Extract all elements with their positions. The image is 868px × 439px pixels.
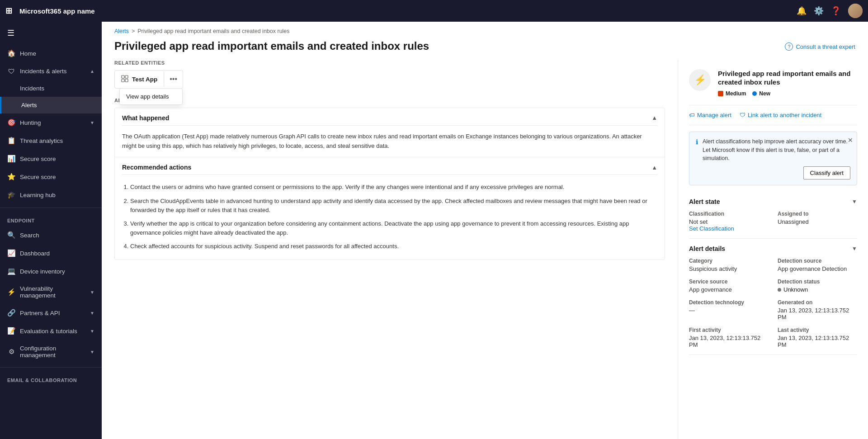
sidebar-item-search[interactable]: 🔍 Search <box>0 226 102 244</box>
sidebar-item-label: Dashboard <box>20 250 94 257</box>
svg-rect-2 <box>122 79 124 82</box>
topbar-left: ⊞ Microsoft365 app name <box>5 6 797 16</box>
sidebar-item-threat-analytics[interactable]: 📊 Secure score <box>0 150 102 168</box>
endpoint-section-label: Endpoint <box>0 212 102 226</box>
detection-tech-value: — <box>689 307 769 314</box>
entity-name: Test App <box>132 76 157 83</box>
settings-icon[interactable]: ⚙️ <box>814 6 824 16</box>
collapse-icon[interactable]: ▲ <box>651 114 657 121</box>
what-happened-title: What happened <box>122 114 169 122</box>
secure-score-icon: ⭐ <box>7 173 15 181</box>
sidebar-item-label: Vulnerability management <box>20 285 85 299</box>
sidebar-item-label: Search <box>20 232 94 239</box>
alert-card-title-area: Privileged app read important emails and… <box>718 69 857 97</box>
divider <box>0 367 102 368</box>
chevron-down-icon: ▼ <box>90 329 94 334</box>
consult-link[interactable]: ? Consult a threat expert <box>785 40 855 51</box>
detection-status-value: Unknown <box>778 286 857 293</box>
generated-on-item: Generated on Jan 13, 2023, 12:13:13.752 … <box>778 299 857 321</box>
classification-item: Classification Not set Set Classificatio… <box>689 211 769 232</box>
set-classification-link[interactable]: Set Classification <box>689 225 769 232</box>
bolt-icon: ⚡ <box>694 74 706 86</box>
detection-tech-item: Detection technology — <box>689 299 769 321</box>
sidebar-item-dashboard[interactable]: 📈 Dashboard <box>0 244 102 262</box>
bell-icon[interactable]: 🔔 <box>797 6 807 16</box>
sidebar-item-label: Partners & API <box>20 310 85 316</box>
sidebar-item-evaluation-tutorials[interactable]: 📝 Evaluation & tutorials ▼ <box>0 322 102 340</box>
svg-rect-1 <box>125 76 128 78</box>
dashboard-icon: 📈 <box>7 249 15 257</box>
sidebar-item-partners-api[interactable]: 🔗 Partners & API ▼ <box>0 304 102 322</box>
chevron-up-icon: ▲ <box>90 69 94 74</box>
alert-state-header[interactable]: Alert state ▼ <box>689 198 857 205</box>
page-header: Privileged app read important emails and… <box>102 38 868 60</box>
last-activity-item: Last activity Jan 13, 2023, 12:13:13.752… <box>778 327 857 348</box>
detection-source-label: Detection source <box>778 258 857 264</box>
sidebar-item-label: Threat analytics <box>20 137 94 144</box>
sidebar-item-incidents[interactable]: Incidents <box>0 80 102 97</box>
service-source-label: Service source <box>689 279 769 285</box>
sidebar-item-label: Secure score <box>20 156 94 162</box>
entity-menu-button[interactable]: ••• <box>164 71 183 87</box>
collapse-icon[interactable]: ▲ <box>651 164 657 171</box>
alert-details-section: Alert details ▼ Category Suspicious acti… <box>689 239 857 355</box>
new-dot <box>752 91 757 96</box>
sidebar-item-vulnerability-management[interactable]: ⚡ Vulnerability management ▼ <box>0 280 102 304</box>
service-source-value: App governance <box>689 286 769 293</box>
last-activity-label: Last activity <box>778 327 857 333</box>
breadcrumb-current: Privileged app read important emails and… <box>137 28 289 34</box>
config-icon: ⚙ <box>7 348 15 356</box>
vulnerability-icon: ⚡ <box>7 288 15 296</box>
sidebar-item-secure-score[interactable]: ⭐ Secure score <box>0 168 102 186</box>
banner-close-button[interactable]: ✕ <box>848 136 853 145</box>
sidebar-item-label: Learning hub <box>20 192 94 198</box>
alert-state-section: Alert state ▼ Classification Not set Set… <box>689 192 857 239</box>
sidebar-item-learning-hub[interactable]: 🎓 Learning hub <box>0 186 102 204</box>
recommended-title: Recommended actions <box>122 164 191 171</box>
grid-icon[interactable]: ⊞ <box>5 6 12 16</box>
link-alert-link[interactable]: 🛡 Link alert to another incident <box>740 112 821 118</box>
related-entities-label: RELATED ENTITIES <box>114 60 665 66</box>
what-happened-content: The OAuth application (Test App) made re… <box>122 126 657 151</box>
svg-rect-3 <box>125 79 128 82</box>
alert-state-grid: Classification Not set Set Classificatio… <box>689 211 857 232</box>
avatar[interactable] <box>848 4 863 18</box>
sidebar-item-home[interactable]: 🏠 Home <box>0 44 102 62</box>
sidebar-item-action-center[interactable]: 📋 Threat analytics <box>0 132 102 150</box>
entity-card-inner: Test App <box>115 71 164 88</box>
manage-alert-link[interactable]: 🏷 Manage alert <box>689 112 731 118</box>
breadcrumb: Alerts > Privileged app read important e… <box>102 22 868 38</box>
sidebar-item-incidents-alerts[interactable]: 🛡 Incidents & alerts ▲ <box>0 62 102 80</box>
classification-label: Classification <box>689 211 769 217</box>
chevron-down-icon: ▼ <box>90 290 94 295</box>
view-app-details-item[interactable]: View app details <box>120 89 182 104</box>
alert-badges: Medium New <box>718 90 857 97</box>
sidebar-item-hunting[interactable]: 🎯 Hunting ▼ <box>0 113 102 132</box>
sidebar-item-alerts[interactable]: Alerts <box>0 97 102 113</box>
sidebar-item-label: Home <box>20 50 94 57</box>
sidebar-item-configuration-management[interactable]: ⚙ Configuration management ▼ <box>0 340 102 363</box>
chevron-down-icon: ▼ <box>90 311 94 316</box>
alert-details-title: Alert details <box>689 245 725 252</box>
medium-dot <box>718 91 723 96</box>
detection-tech-label: Detection technology <box>689 299 769 306</box>
sidebar-item-label: Incidents <box>20 85 94 92</box>
breadcrumb-parent[interactable]: Alerts <box>114 28 129 34</box>
sidebar-item-label: Hunting <box>20 119 85 126</box>
help-icon[interactable]: ❓ <box>831 6 841 16</box>
device-icon: 💻 <box>7 267 15 275</box>
sidebar-toggle[interactable]: ☰ <box>0 22 102 44</box>
alert-icon-circle: ⚡ <box>689 69 711 91</box>
chevron-down-icon: ▼ <box>90 120 94 125</box>
alert-actions: 🏷 Manage alert 🛡 Link alert to another i… <box>689 105 857 125</box>
chevron-down-icon: ▼ <box>852 245 857 252</box>
alert-details-header[interactable]: Alert details ▼ <box>689 245 857 252</box>
alert-state-content: Classification Not set Set Classificatio… <box>689 205 857 232</box>
service-source-item: Service source App governance <box>689 279 769 293</box>
alert-card-title: Privileged app read important emails and… <box>718 69 857 87</box>
content-right: ⚡ Privileged app read important emails a… <box>678 60 868 439</box>
classify-alert-button[interactable]: Classify alert <box>803 166 850 179</box>
assigned-to-label: Assigned to <box>778 211 857 217</box>
first-activity-item: First activity Jan 13, 2023, 12:13:13.75… <box>689 327 769 348</box>
sidebar-item-device-inventory[interactable]: 💻 Device inventory <box>0 262 102 280</box>
